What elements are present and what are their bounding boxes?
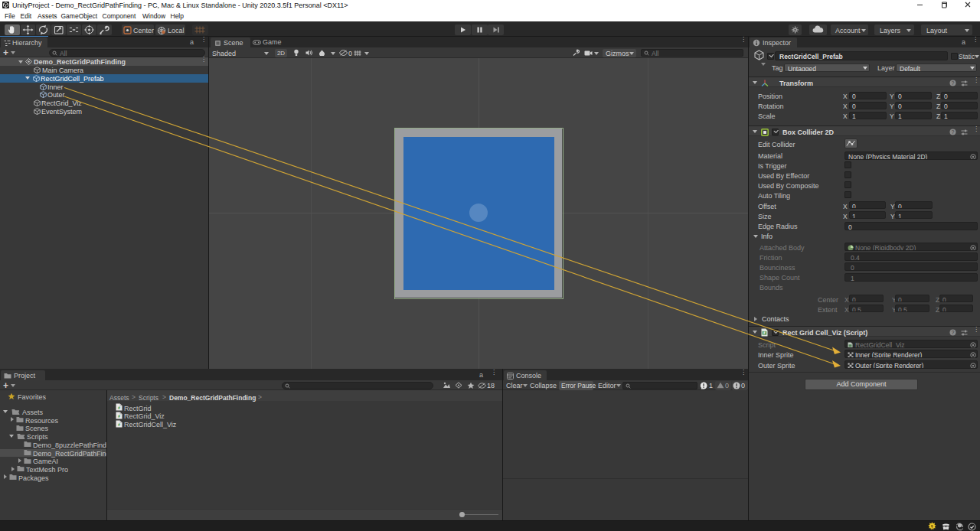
svg-text:?: ?	[952, 80, 955, 86]
svg-text:#: #	[118, 422, 120, 427]
svg-text:#: #	[118, 414, 120, 419]
svg-text:#: #	[118, 406, 120, 410]
svg-text:?: ?	[952, 330, 955, 335]
svg-text:#: #	[763, 331, 766, 335]
svg-text:?: ?	[952, 129, 955, 135]
